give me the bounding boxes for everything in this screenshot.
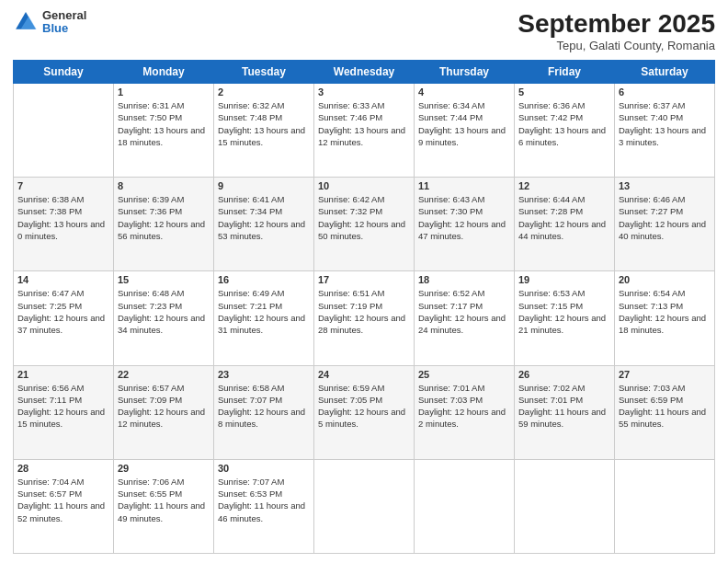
column-header-monday: Monday <box>114 61 214 84</box>
day-number: 19 <box>518 274 610 285</box>
day-info: Sunrise: 6:31 AMSunset: 7:50 PMDaylight:… <box>118 99 210 148</box>
day-info: Sunrise: 7:01 AMSunset: 7:03 PMDaylight:… <box>418 382 510 431</box>
calendar-cell: 24Sunrise: 6:59 AMSunset: 7:05 PMDayligh… <box>314 365 415 459</box>
day-info: Sunrise: 6:48 AMSunset: 7:23 PMDaylight:… <box>118 287 210 336</box>
day-number: 26 <box>518 369 610 380</box>
day-info: Sunrise: 6:52 AMSunset: 7:17 PMDaylight:… <box>418 287 510 336</box>
calendar-cell: 25Sunrise: 7:01 AMSunset: 7:03 PMDayligh… <box>415 365 515 459</box>
calendar-cell <box>415 459 515 553</box>
day-number: 1 <box>118 86 210 98</box>
day-number: 5 <box>518 86 610 98</box>
calendar-cell: 27Sunrise: 7:03 AMSunset: 6:59 PMDayligh… <box>615 365 715 459</box>
calendar-header-row: SundayMondayTuesdayWednesdayThursdayFrid… <box>14 61 715 84</box>
day-number: 8 <box>118 180 210 191</box>
day-number: 25 <box>418 369 510 380</box>
calendar-week-4: 21Sunrise: 6:56 AMSunset: 7:11 PMDayligh… <box>14 365 715 459</box>
calendar-cell: 13Sunrise: 6:46 AMSunset: 7:27 PMDayligh… <box>615 178 715 271</box>
calendar-cell <box>515 459 615 553</box>
day-info: Sunrise: 6:42 AMSunset: 7:32 PMDaylight:… <box>318 193 410 242</box>
day-info: Sunrise: 6:34 AMSunset: 7:44 PMDaylight:… <box>418 99 510 148</box>
column-header-sunday: Sunday <box>14 61 114 84</box>
day-number: 18 <box>418 274 510 285</box>
calendar-cell <box>314 459 415 553</box>
header: General Blue September 2025 Tepu, Galati… <box>13 9 715 52</box>
logo-text: General Blue <box>42 9 86 36</box>
calendar-week-5: 28Sunrise: 7:04 AMSunset: 6:57 PMDayligh… <box>14 459 715 553</box>
calendar-cell: 12Sunrise: 6:44 AMSunset: 7:28 PMDayligh… <box>515 178 615 271</box>
column-header-wednesday: Wednesday <box>314 61 415 84</box>
day-info: Sunrise: 6:32 AMSunset: 7:48 PMDaylight:… <box>218 99 310 148</box>
day-info: Sunrise: 6:36 AMSunset: 7:42 PMDaylight:… <box>518 99 610 148</box>
calendar-cell: 7Sunrise: 6:38 AMSunset: 7:38 PMDaylight… <box>14 178 114 271</box>
day-info: Sunrise: 6:39 AMSunset: 7:36 PMDaylight:… <box>118 193 210 242</box>
day-number: 9 <box>218 180 310 191</box>
day-number: 22 <box>118 369 210 380</box>
calendar-cell: 15Sunrise: 6:48 AMSunset: 7:23 PMDayligh… <box>114 271 214 365</box>
day-number: 30 <box>218 463 310 474</box>
calendar-cell: 28Sunrise: 7:04 AMSunset: 6:57 PMDayligh… <box>14 459 114 553</box>
calendar-cell: 20Sunrise: 6:54 AMSunset: 7:13 PMDayligh… <box>615 271 715 365</box>
calendar-cell: 6Sunrise: 6:37 AMSunset: 7:40 PMDaylight… <box>615 84 715 178</box>
day-number: 3 <box>318 86 410 98</box>
day-number: 2 <box>218 86 310 98</box>
logo-general-text: General <box>42 9 86 22</box>
day-number: 7 <box>17 180 109 191</box>
logo: General Blue <box>13 9 86 36</box>
column-header-friday: Friday <box>515 61 615 84</box>
column-header-saturday: Saturday <box>615 61 715 84</box>
logo-blue-text: Blue <box>42 22 86 35</box>
calendar-cell: 11Sunrise: 6:43 AMSunset: 7:30 PMDayligh… <box>415 178 515 271</box>
day-info: Sunrise: 6:54 AMSunset: 7:13 PMDaylight:… <box>619 287 711 336</box>
calendar-cell: 8Sunrise: 6:39 AMSunset: 7:36 PMDaylight… <box>114 178 214 271</box>
day-number: 29 <box>118 463 210 474</box>
main-title: September 2025 <box>518 9 715 39</box>
calendar-cell <box>14 84 114 178</box>
day-info: Sunrise: 6:44 AMSunset: 7:28 PMDaylight:… <box>518 193 610 242</box>
day-number: 17 <box>318 274 410 285</box>
day-number: 12 <box>518 180 610 191</box>
day-number: 13 <box>619 180 711 191</box>
calendar-cell: 22Sunrise: 6:57 AMSunset: 7:09 PMDayligh… <box>114 365 214 459</box>
page: General Blue September 2025 Tepu, Galati… <box>0 0 728 563</box>
calendar-cell: 29Sunrise: 7:06 AMSunset: 6:55 PMDayligh… <box>114 459 214 553</box>
calendar-cell: 4Sunrise: 6:34 AMSunset: 7:44 PMDaylight… <box>415 84 515 178</box>
day-info: Sunrise: 6:53 AMSunset: 7:15 PMDaylight:… <box>518 287 610 336</box>
day-number: 14 <box>17 274 109 285</box>
calendar-cell: 16Sunrise: 6:49 AMSunset: 7:21 PMDayligh… <box>214 271 314 365</box>
column-header-thursday: Thursday <box>415 61 515 84</box>
day-info: Sunrise: 7:07 AMSunset: 6:53 PMDaylight:… <box>218 476 310 524</box>
calendar-cell: 30Sunrise: 7:07 AMSunset: 6:53 PMDayligh… <box>214 459 314 553</box>
calendar-cell: 17Sunrise: 6:51 AMSunset: 7:19 PMDayligh… <box>314 271 415 365</box>
calendar-table: SundayMondayTuesdayWednesdayThursdayFrid… <box>13 60 715 554</box>
calendar-cell: 14Sunrise: 6:47 AMSunset: 7:25 PMDayligh… <box>14 271 114 365</box>
day-number: 6 <box>619 86 711 98</box>
day-number: 11 <box>418 180 510 191</box>
calendar-cell: 9Sunrise: 6:41 AMSunset: 7:34 PMDaylight… <box>214 178 314 271</box>
calendar-cell: 23Sunrise: 6:58 AMSunset: 7:07 PMDayligh… <box>214 365 314 459</box>
day-number: 20 <box>619 274 711 285</box>
calendar-cell: 21Sunrise: 6:56 AMSunset: 7:11 PMDayligh… <box>14 365 114 459</box>
calendar-week-1: 1Sunrise: 6:31 AMSunset: 7:50 PMDaylight… <box>14 84 715 178</box>
day-info: Sunrise: 6:59 AMSunset: 7:05 PMDaylight:… <box>318 382 410 431</box>
day-info: Sunrise: 7:03 AMSunset: 6:59 PMDaylight:… <box>619 382 711 431</box>
calendar-cell: 19Sunrise: 6:53 AMSunset: 7:15 PMDayligh… <box>515 271 615 365</box>
day-info: Sunrise: 6:41 AMSunset: 7:34 PMDaylight:… <box>218 193 310 242</box>
day-info: Sunrise: 6:56 AMSunset: 7:11 PMDaylight:… <box>17 382 109 431</box>
calendar-cell: 10Sunrise: 6:42 AMSunset: 7:32 PMDayligh… <box>314 178 415 271</box>
day-info: Sunrise: 6:51 AMSunset: 7:19 PMDaylight:… <box>318 287 410 336</box>
calendar-week-2: 7Sunrise: 6:38 AMSunset: 7:38 PMDaylight… <box>14 178 715 271</box>
day-info: Sunrise: 6:47 AMSunset: 7:25 PMDaylight:… <box>17 287 109 336</box>
calendar-cell <box>615 459 715 553</box>
calendar-cell: 2Sunrise: 6:32 AMSunset: 7:48 PMDaylight… <box>214 84 314 178</box>
calendar-cell: 5Sunrise: 6:36 AMSunset: 7:42 PMDaylight… <box>515 84 615 178</box>
day-info: Sunrise: 7:04 AMSunset: 6:57 PMDaylight:… <box>17 476 109 524</box>
day-number: 24 <box>318 369 410 380</box>
calendar-week-3: 14Sunrise: 6:47 AMSunset: 7:25 PMDayligh… <box>14 271 715 365</box>
day-number: 4 <box>418 86 510 98</box>
day-info: Sunrise: 6:37 AMSunset: 7:40 PMDaylight:… <box>619 99 711 148</box>
day-number: 16 <box>218 274 310 285</box>
column-header-tuesday: Tuesday <box>214 61 314 84</box>
day-info: Sunrise: 6:33 AMSunset: 7:46 PMDaylight:… <box>318 99 410 148</box>
day-info: Sunrise: 6:46 AMSunset: 7:27 PMDaylight:… <box>619 193 711 242</box>
day-info: Sunrise: 6:49 AMSunset: 7:21 PMDaylight:… <box>218 287 310 336</box>
